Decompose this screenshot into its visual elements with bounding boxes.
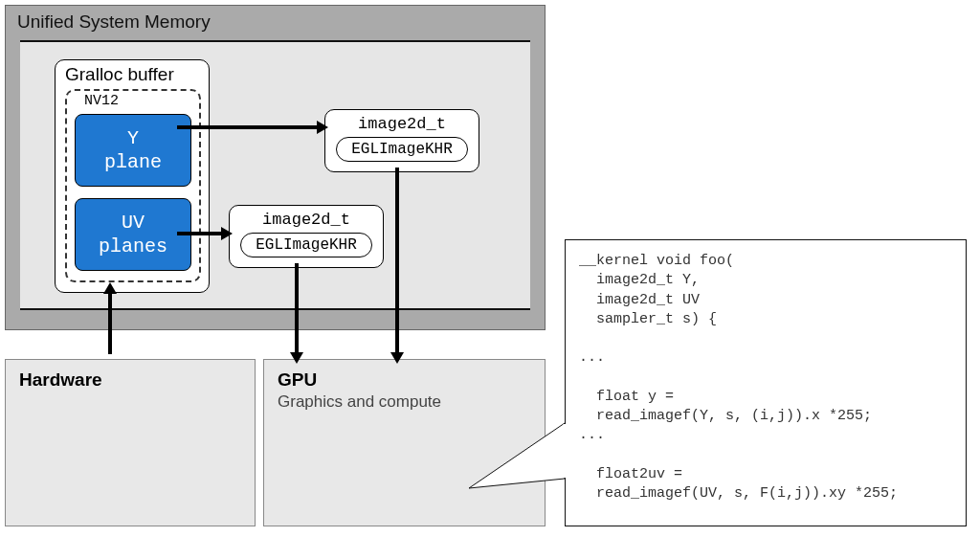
eglimage-uv: EGLImageKHR [240, 233, 372, 257]
memory-region: Gralloc buffer NV12 Y plane UV planes im… [20, 40, 530, 310]
gpu-subtitle: Graphics and compute [278, 392, 441, 412]
kernel-code-box: __kernel void foo( image2d_t Y, image2d_… [565, 239, 967, 526]
arrow-head-icon [221, 227, 233, 240]
gpu-title: GPU [278, 369, 317, 391]
hardware-title: Hardware [19, 369, 102, 391]
hardware-block: Hardware [5, 359, 256, 526]
y-plane-line2: plane [76, 150, 190, 174]
arrow-y-to-image2d [177, 125, 319, 129]
image2d-uv-type: image2d_t [230, 211, 383, 229]
image2d-uv-box: image2d_t EGLImageKHR [229, 205, 384, 268]
uv-plane-line2: planes [76, 235, 190, 258]
arrow-image2d-y-to-gpu [395, 168, 399, 354]
y-plane-line1: Y [76, 126, 190, 150]
arrow-head-icon [103, 282, 117, 294]
image2d-y-type: image2d_t [325, 115, 479, 133]
arrow-hardware-to-gralloc [108, 292, 112, 354]
gralloc-title: Gralloc buffer [65, 64, 174, 85]
arrow-uv-to-image2d [177, 232, 223, 235]
nv12-box: NV12 Y plane UV planes [65, 89, 201, 282]
arrow-head-icon [290, 352, 303, 364]
nv12-label: NV12 [84, 93, 119, 109]
eglimage-y: EGLImageKHR [336, 137, 468, 162]
image2d-y-box: image2d_t EGLImageKHR [324, 109, 479, 172]
usm-title: Unified System Memory [17, 11, 211, 33]
uv-plane: UV planes [75, 198, 191, 271]
arrow-image2d-uv-to-gpu [295, 263, 299, 354]
arrow-head-icon [390, 352, 404, 364]
uv-plane-line1: UV [76, 211, 190, 235]
gralloc-buffer: Gralloc buffer NV12 Y plane UV planes [55, 59, 210, 293]
y-plane: Y plane [75, 114, 191, 187]
unified-system-memory-block: Unified System Memory Gralloc buffer NV1… [5, 5, 546, 330]
gpu-block: GPU Graphics and compute [263, 359, 546, 526]
arrow-head-icon [317, 121, 328, 134]
